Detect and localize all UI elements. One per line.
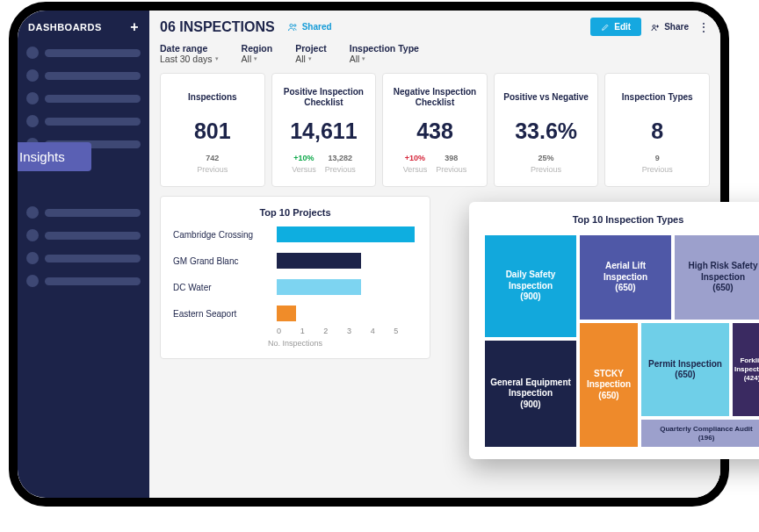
add-dashboard-icon[interactable]: + [130, 19, 139, 35]
sidebar-item[interactable] [25, 272, 142, 290]
chevron-down-icon: ▾ [215, 55, 219, 62]
sidebar-item[interactable] [25, 112, 142, 130]
share-button[interactable]: Share [650, 22, 689, 32]
treemap-cell[interactable]: Permit Inspection(650) [640, 321, 731, 418]
sidebar-item[interactable] [25, 249, 142, 267]
treemap-cell[interactable]: Forklift Inspection(424) [731, 321, 759, 418]
shared-indicator: Shared [287, 22, 332, 32]
sidebar-title: DASHBOARDS [28, 22, 102, 32]
kpi-card: Negative Inspection Checklist438+10%Vers… [382, 73, 488, 187]
kpi-card: Inspection Types89Previous [604, 73, 710, 187]
treemap-cell[interactable]: General Equipment Inspection(900) [483, 339, 578, 449]
bar-row: GM Grand Blanc [173, 253, 417, 269]
filter-project: Project All▾ [295, 43, 327, 64]
svg-point-1 [293, 24, 295, 25]
treemap-cell[interactable]: High Risk Safety Inspection(650) [673, 234, 759, 321]
svg-point-2 [653, 25, 655, 27]
page-title: 06 INSPECTIONS [160, 19, 275, 35]
treemap-cell[interactable]: Quarterly Compliance Audit(196) [640, 418, 759, 449]
chevron-down-icon: ▾ [362, 55, 365, 62]
kpi-row: Inspections801742PreviousPositive Inspec… [160, 73, 710, 187]
kpi-card: Inspections801742Previous [160, 73, 265, 187]
treemap-cell[interactable]: Daily Safety Inspection(900) [483, 234, 578, 339]
sidebar-item[interactable] [25, 204, 142, 221]
kpi-card: Positive vs Negative33.6%25%Previous [494, 73, 599, 187]
filter-inspection-type: Inspection Type All▾ [350, 43, 419, 64]
sidebar-item[interactable] [25, 226, 142, 244]
sidebar-item[interactable] [25, 90, 142, 107]
bar-row: DC Water [173, 279, 417, 295]
treemap-cell[interactable]: Aerial Lift Inspection(650) [578, 234, 673, 321]
filter-date-range: Date range Last 30 days▾ [160, 43, 219, 64]
kpi-card: Positive Inspection Checklist14,611+10%V… [271, 73, 377, 187]
sidebar-item[interactable] [25, 67, 142, 84]
insights-tag[interactable]: Insights [9, 142, 91, 171]
treemap-cell[interactable]: STCKY Inspection(650) [578, 321, 640, 449]
pencil-icon [601, 23, 610, 32]
top-projects-card: Top 10 Projects Cambridge CrossingGM Gra… [160, 196, 430, 359]
top-inspection-types-card: Top 10 Inspection Types Daily Safety Ins… [469, 202, 759, 459]
more-menu-icon[interactable]: ⋮ [698, 20, 710, 34]
sidebar: DASHBOARDS + Insights [18, 11, 149, 498]
filter-region: Region All▾ [242, 43, 273, 64]
bar-row: Eastern Seaport [173, 306, 417, 321]
chevron-down-icon: ▾ [308, 55, 312, 62]
chevron-down-icon: ▾ [254, 55, 257, 62]
bar-row: Cambridge Crossing [173, 226, 417, 242]
sidebar-item[interactable] [25, 44, 142, 61]
share-icon [650, 22, 661, 32]
svg-point-0 [290, 24, 293, 26]
people-icon [287, 22, 298, 32]
edit-button[interactable]: Edit [590, 18, 641, 36]
